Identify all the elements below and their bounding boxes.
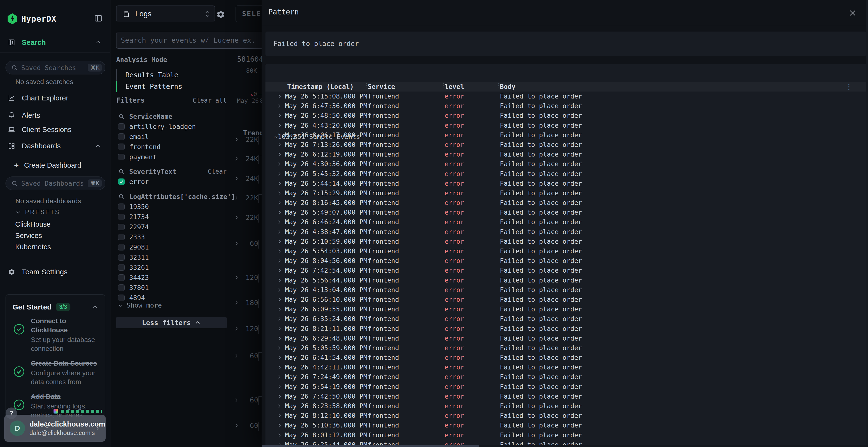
show-more-button[interactable]: Show more bbox=[117, 302, 162, 309]
expand-row-icon[interactable] bbox=[277, 324, 283, 334]
expand-row-icon[interactable] bbox=[277, 343, 283, 353]
tab-results-table[interactable]: Results Table bbox=[116, 69, 227, 81]
chevron-right-icon[interactable] bbox=[234, 175, 240, 182]
filter-option[interactable]: payment bbox=[116, 152, 227, 162]
table-row[interactable]: May 26 8:04:56.000 PM frontend error Fai… bbox=[266, 256, 866, 266]
table-row[interactable]: May 26 5:10:59.000 PM frontend error Fai… bbox=[266, 237, 866, 246]
expand-row-icon[interactable] bbox=[277, 149, 283, 159]
expand-row-icon[interactable] bbox=[277, 266, 283, 275]
sidebar-item-dashboards[interactable]: Dashboards bbox=[0, 140, 111, 152]
chevron-right-icon[interactable] bbox=[234, 397, 240, 403]
expand-row-icon[interactable] bbox=[277, 276, 283, 285]
sidebar-item-client-sessions[interactable]: Client Sessions bbox=[0, 123, 111, 136]
expand-row-icon[interactable] bbox=[277, 401, 283, 411]
search-icon[interactable] bbox=[118, 168, 124, 175]
expand-row-icon[interactable] bbox=[277, 169, 283, 179]
chevron-right-icon[interactable] bbox=[234, 240, 240, 247]
table-row[interactable]: May 26 6:29:48.000 PM frontend error Fai… bbox=[266, 334, 866, 343]
get-started-item[interactable]: Create Data Sources Configure where your… bbox=[12, 359, 98, 386]
expand-row-icon[interactable] bbox=[277, 140, 283, 149]
chevron-right-icon[interactable] bbox=[234, 353, 240, 359]
checkbox[interactable] bbox=[118, 284, 125, 291]
expand-row-icon[interactable] bbox=[277, 111, 283, 121]
expand-row-icon[interactable] bbox=[277, 92, 283, 101]
checkbox[interactable] bbox=[118, 123, 125, 130]
expand-row-icon[interactable] bbox=[277, 363, 283, 372]
filter-option[interactable]: frontend bbox=[116, 142, 227, 152]
table-row[interactable]: May 26 5:45:32.000 PM frontend error Fai… bbox=[266, 169, 866, 179]
table-row[interactable]: May 26 8:23:58.000 PM frontend error Fai… bbox=[266, 401, 866, 411]
checkbox[interactable] bbox=[118, 295, 125, 301]
expand-row-icon[interactable] bbox=[277, 130, 283, 140]
table-row[interactable]: May 26 8:06:17.000 PM frontend error Fai… bbox=[266, 130, 866, 140]
table-row[interactable]: May 26 5:49:07.000 PM frontend error Fai… bbox=[266, 208, 866, 217]
table-row[interactable]: May 26 6:12:19.000 PM frontend error Fai… bbox=[266, 149, 866, 159]
chevron-right-icon[interactable] bbox=[234, 136, 240, 143]
filter-option[interactable]: email bbox=[116, 132, 227, 142]
expand-row-icon[interactable] bbox=[277, 237, 283, 246]
expand-row-icon[interactable] bbox=[277, 101, 283, 111]
clear-all-button[interactable]: Clear all bbox=[193, 97, 227, 104]
expand-row-icon[interactable] bbox=[277, 372, 283, 382]
clear-group-button[interactable]: Clear bbox=[208, 168, 227, 175]
checkbox[interactable] bbox=[118, 178, 125, 185]
vertical-scrollbar[interactable] bbox=[866, 0, 868, 447]
sidebar-collapse-icon[interactable] bbox=[94, 14, 103, 23]
presets-toggle[interactable]: PRESETS bbox=[16, 209, 60, 215]
checkbox[interactable] bbox=[118, 224, 125, 230]
checkbox[interactable] bbox=[118, 244, 125, 250]
checkbox[interactable] bbox=[118, 153, 125, 160]
saved-dashboards-field[interactable] bbox=[21, 180, 88, 187]
less-filters-button[interactable]: Less filters bbox=[116, 317, 227, 328]
expand-row-icon[interactable] bbox=[277, 411, 283, 420]
column-resize-handle[interactable]: ⋮ bbox=[364, 83, 365, 90]
table-row[interactable]: May 26 4:42:11.000 PM frontend error Fai… bbox=[266, 363, 866, 372]
expand-row-icon[interactable] bbox=[277, 420, 283, 430]
table-row[interactable]: May 26 7:24:49.000 PM frontend error Fai… bbox=[266, 372, 866, 382]
horizontal-scrollbar-thumb[interactable] bbox=[262, 445, 479, 447]
table-row[interactable]: May 26 8:12:10.000 PM frontend error Fai… bbox=[266, 411, 866, 420]
table-row[interactable]: May 26 6:35:24.000 PM frontend error Fai… bbox=[266, 314, 866, 324]
table-options-icon[interactable]: ⋮ bbox=[845, 82, 852, 92]
expand-row-icon[interactable] bbox=[277, 295, 283, 304]
table-row[interactable]: May 26 5:44:14.000 PM frontend error Fai… bbox=[266, 179, 866, 188]
checkbox[interactable] bbox=[118, 143, 125, 150]
column-header-level[interactable]: level bbox=[444, 82, 464, 92]
expand-row-icon[interactable] bbox=[277, 227, 283, 237]
filter-option[interactable]: 34423 bbox=[116, 272, 227, 282]
table-row[interactable]: May 26 6:09:55.000 PM frontend error Fai… bbox=[266, 304, 866, 314]
table-row[interactable]: May 26 4:13:04.000 PM frontend error Fai… bbox=[266, 285, 866, 295]
checkbox[interactable] bbox=[118, 204, 125, 210]
column-header-timestamp[interactable]: Timestamp (Local) bbox=[287, 82, 354, 92]
column-resize-handle[interactable]: ⋮ bbox=[441, 83, 442, 90]
table-row[interactable]: May 26 4:30:36.000 PM frontend error Fai… bbox=[266, 159, 866, 169]
table-row[interactable]: May 26 5:54:03.000 PM frontend error Fai… bbox=[266, 246, 866, 256]
close-icon[interactable] bbox=[848, 8, 858, 18]
checkbox[interactable] bbox=[118, 264, 125, 271]
table-row[interactable]: May 26 4:38:47.000 PM frontend error Fai… bbox=[266, 227, 866, 237]
sidebar-item-chart-explorer[interactable]: Chart Explorer bbox=[0, 92, 111, 104]
filter-option[interactable]: 22974 bbox=[116, 222, 227, 232]
table-row[interactable]: May 26 8:01:12.000 PM frontend error Fai… bbox=[266, 431, 866, 440]
expand-row-icon[interactable] bbox=[277, 179, 283, 188]
filter-option[interactable]: 37801 bbox=[116, 282, 227, 293]
filter-option[interactable]: 19350 bbox=[116, 202, 227, 212]
expand-row-icon[interactable] bbox=[277, 382, 283, 391]
checkbox[interactable] bbox=[118, 133, 125, 140]
preset-dashboard-item[interactable]: Kubernetes bbox=[15, 241, 88, 253]
chevron-right-icon[interactable] bbox=[234, 300, 240, 306]
chevron-up-icon[interactable] bbox=[95, 143, 101, 149]
table-row[interactable]: May 26 6:41:54.000 PM frontend error Fai… bbox=[266, 353, 866, 363]
expand-row-icon[interactable] bbox=[277, 304, 283, 314]
search-icon[interactable] bbox=[118, 113, 124, 119]
chevron-right-icon[interactable] bbox=[234, 274, 240, 281]
table-row[interactable]: May 26 5:54:19.000 PM frontend error Fai… bbox=[266, 382, 866, 391]
saved-dashboards-input[interactable]: ⌘K bbox=[5, 176, 105, 190]
column-header-body[interactable]: Body bbox=[500, 82, 516, 92]
saved-searches-input[interactable]: ⌘K bbox=[5, 61, 105, 74]
table-row[interactable]: May 26 8:21:11.000 PM frontend error Fai… bbox=[266, 324, 866, 334]
expand-row-icon[interactable] bbox=[277, 208, 283, 217]
filter-option[interactable]: 32311 bbox=[116, 252, 227, 262]
table-row[interactable]: May 26 5:05:59.000 PM frontend error Fai… bbox=[266, 343, 866, 353]
expand-row-icon[interactable] bbox=[277, 314, 283, 324]
